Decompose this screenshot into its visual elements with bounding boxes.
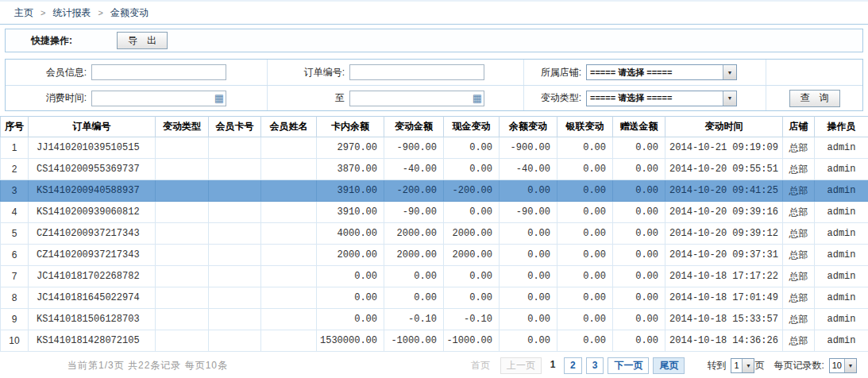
table-row[interactable]: 10KS14101814280721051530000.00-1000.00-1…	[1, 330, 868, 352]
table-cell: 0.00	[613, 202, 665, 223]
consume-time-field-group: 消费时间: ▦	[6, 86, 268, 110]
breadcrumb-reports[interactable]: 统计报表	[52, 7, 91, 18]
breadcrumb-home[interactable]: 主页	[14, 7, 33, 18]
table-cell: CZ1410200937217343	[29, 223, 156, 245]
table-cell: admin	[815, 180, 868, 202]
calendar-icon[interactable]: ▦	[214, 92, 224, 105]
table-cell	[209, 245, 261, 266]
table-cell: 0.00	[384, 266, 444, 287]
breadcrumb-separator: >	[41, 8, 45, 17]
member-info-field-group: 会员信息:	[6, 60, 268, 85]
table-cell: -40.00	[384, 159, 444, 180]
table-cell: 0.00	[500, 223, 557, 245]
table-row[interactable]: 1JJ14102010395105152970.00-900.000.00-90…	[1, 137, 868, 159]
table-cell	[156, 330, 209, 352]
table-cell: 5	[1, 223, 29, 245]
next-page-button[interactable]: 下一页	[608, 357, 649, 374]
table-cell: 0.00	[444, 159, 500, 180]
pager: 首页 上一页 123 下一页 尾页	[465, 357, 685, 374]
table-cell: -0.10	[444, 309, 500, 330]
table-row[interactable]: 7JC14101817022687820.000.000.000.000.000…	[1, 266, 868, 287]
table-cell: 2970.00	[317, 137, 384, 159]
table-cell: admin	[815, 309, 868, 330]
member-info-label: 会员信息:	[6, 66, 91, 79]
table-cell: 总部	[783, 223, 815, 245]
table-cell	[156, 202, 209, 223]
quick-operations-label: 快捷操作:	[31, 34, 72, 48]
shop-label: 所属店铺:	[524, 66, 586, 79]
table-cell: 总部	[783, 180, 815, 202]
first-page-button: 首页	[465, 357, 496, 374]
shop-field-group: 所属店铺: ===== 请选择 ===== ▼	[524, 60, 766, 85]
table-cell: admin	[815, 330, 868, 352]
table-row[interactable]: 3KS14102009405889373910.00-200.00-200.00…	[1, 180, 868, 202]
table-cell	[261, 137, 317, 159]
change-type-select[interactable]: ===== 请选择 ===== ▼	[586, 91, 737, 106]
table-cell: 2014-10-20 09:39:12	[665, 223, 783, 245]
table-cell: admin	[815, 223, 868, 245]
table-row[interactable]: 6CZ14102009372173432000.002000.002000.00…	[1, 245, 868, 266]
page-number-button-2[interactable]: 2	[564, 357, 582, 374]
consume-time-start-input[interactable]	[91, 91, 226, 106]
table-cell: 0.00	[557, 287, 613, 309]
table-cell: -40.00	[500, 159, 557, 180]
table-cell: -900.00	[500, 137, 557, 159]
table-cell: 0.00	[500, 266, 557, 287]
table-cell: 2014-10-20 09:41:25	[665, 180, 783, 202]
table-cell	[261, 309, 317, 330]
table-cell	[261, 245, 317, 266]
export-button[interactable]: 导 出	[117, 32, 168, 49]
goto-page-select[interactable]: 1 ▼	[731, 358, 754, 373]
calendar-icon[interactable]: ▦	[473, 92, 482, 105]
table-cell: 0.00	[444, 137, 500, 159]
table-cell	[156, 223, 209, 245]
table-cell: -1000.00	[384, 330, 444, 352]
consume-time-label: 消费时间:	[6, 91, 91, 105]
table-cell: 1	[1, 137, 29, 159]
table-row[interactable]: 5CZ14102009372173434000.002000.002000.00…	[1, 223, 868, 245]
goto-suffix-label: 页	[754, 359, 764, 372]
table-row[interactable]: 4KS14102009390608123910.00-90.000.00-90.…	[1, 202, 868, 223]
table-cell: 2000.00	[384, 223, 444, 245]
per-page-label: 每页记录数:	[773, 359, 824, 372]
table-cell: 0.00	[613, 137, 665, 159]
table-row[interactable]: 2CS14102009553697373870.00-40.000.00-40.…	[1, 159, 868, 180]
page-numbers: 123	[546, 357, 604, 374]
table-row[interactable]: 9KS14101815061287030.00-0.10-0.100.000.0…	[1, 309, 868, 330]
table-cell: 0.00	[557, 159, 613, 180]
table-header-row: 序号订单编号变动类型会员卡号会员姓名卡内余额变动金额现金变动余额变动银联变动赠送…	[1, 117, 868, 137]
table-cell: 0.00	[557, 223, 613, 245]
table-cell: 0.00	[444, 202, 500, 223]
table-cell: JC1410181702268782	[29, 266, 156, 287]
table-cell: -900.00	[384, 137, 444, 159]
table-cell	[261, 330, 317, 352]
table-cell: 2000.00	[444, 223, 500, 245]
page-number-button-3[interactable]: 3	[586, 357, 604, 374]
table-cell: KS1410200939060812	[29, 202, 156, 223]
table-cell: 总部	[783, 137, 815, 159]
table-cell	[261, 202, 317, 223]
column-header: 赠送金额	[613, 117, 665, 137]
column-header: 操作员	[815, 117, 868, 137]
order-no-input[interactable]	[349, 64, 484, 80]
table-row[interactable]: 8JC14101816450229740.000.000.000.000.000…	[1, 287, 868, 309]
table-cell: admin	[815, 159, 868, 180]
table-cell	[156, 137, 209, 159]
breadcrumb-current-page: 金额变动	[110, 7, 149, 18]
consume-time-end-input[interactable]	[349, 91, 484, 106]
per-page-select[interactable]: 10 ▼	[829, 358, 857, 373]
quick-operations-bar: 快捷操作: 导 出	[5, 29, 863, 52]
table-cell: KS1410200940588937	[29, 180, 156, 202]
table-cell	[261, 223, 317, 245]
goto-label: 转到	[707, 359, 726, 372]
member-info-input[interactable]	[91, 64, 226, 80]
table-cell: 0.00	[557, 137, 613, 159]
column-header: 变动金额	[384, 117, 444, 137]
search-button[interactable]: 查 询	[789, 90, 840, 107]
shop-select[interactable]: ===== 请选择 ===== ▼	[586, 64, 737, 80]
column-header: 店铺	[783, 117, 815, 137]
table-cell: 总部	[783, 309, 815, 330]
table-cell: 0.00	[444, 287, 500, 309]
last-page-button[interactable]: 尾页	[653, 357, 685, 374]
table-cell: 0.00	[500, 180, 557, 202]
